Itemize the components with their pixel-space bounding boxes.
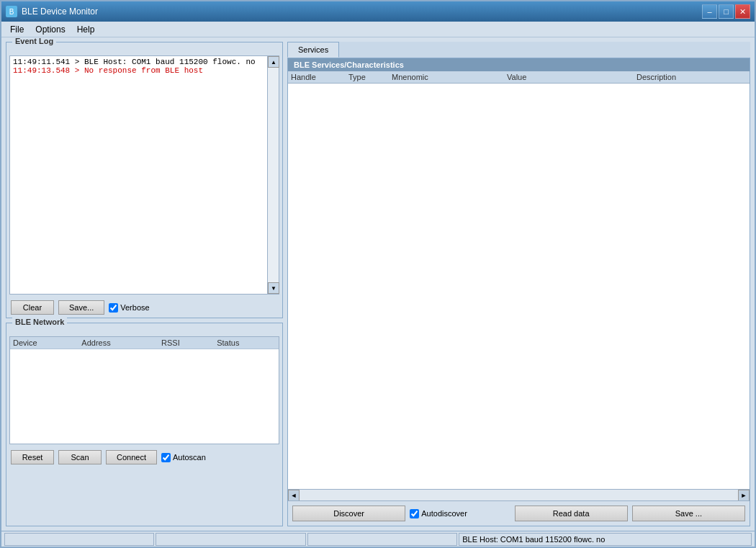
title-buttons: – □ ✕ xyxy=(702,4,750,19)
ble-network-title: BLE Network xyxy=(12,318,67,326)
main-window: B BLE Device Monitor – □ ✕ File Options … xyxy=(0,0,756,548)
ble-network-table-wrapper: Device Address RSSI Status xyxy=(9,336,279,444)
menu-bar: File Options Help xyxy=(1,22,755,37)
maximize-button[interactable]: □ xyxy=(719,4,734,19)
col-description: Description xyxy=(636,73,747,81)
h-scroll-track xyxy=(300,490,738,501)
clear-button[interactable]: Clear xyxy=(11,300,54,315)
services-scroll-area xyxy=(288,84,750,489)
left-panel: Event Log 11:49:11.541 > BLE Host: COM1 … xyxy=(6,42,283,526)
event-log-group: Event Log 11:49:11.541 > BLE Host: COM1 … xyxy=(6,42,283,318)
services-table-header: Handle Type Mnenomic Value Description xyxy=(288,71,750,84)
col-rssi: RSSI xyxy=(158,337,214,349)
col-status: Status xyxy=(214,337,279,349)
tab-bar: Services xyxy=(287,42,750,58)
menu-file[interactable]: File xyxy=(4,23,30,36)
verbose-checkbox[interactable] xyxy=(109,303,118,313)
h-scroll-left-btn[interactable]: ◄ xyxy=(288,490,300,501)
right-panel: Services BLE Services/Characteristics Ha… xyxy=(287,42,750,526)
scroll-down-btn[interactable]: ▼ xyxy=(268,282,279,294)
save-log-button[interactable]: Save... xyxy=(58,300,104,315)
discover-button[interactable]: Discover xyxy=(292,506,405,521)
autodiscover-checkbox[interactable] xyxy=(410,509,419,518)
ble-network-controls: Reset Scan Connect Autoscan xyxy=(6,447,282,467)
tab-services[interactable]: Services xyxy=(287,42,339,58)
ble-network-group: BLE Network Device Address RSSI Status xyxy=(6,323,283,526)
status-bar: BLE Host: COM1 baud 115200 flowc. no xyxy=(1,531,755,547)
app-icon: B xyxy=(6,6,17,17)
log-line-2: 11:49:13.548 > No response from BLE host xyxy=(13,66,264,75)
col-address: Address xyxy=(78,337,158,349)
scroll-track xyxy=(268,68,279,282)
status-segment-1 xyxy=(4,533,154,546)
col-device: Device xyxy=(10,337,78,349)
window-title: BLE Device Monitor xyxy=(22,6,702,17)
status-segment-2 xyxy=(156,533,305,546)
col-handle: Handle xyxy=(291,73,348,81)
event-log-text: 11:49:11.541 > BLE Host: COM1 baud 11520… xyxy=(10,56,267,294)
reset-button[interactable]: Reset xyxy=(11,450,54,464)
connect-button[interactable]: Connect xyxy=(106,450,157,464)
event-log-scrollbar[interactable]: ▲ ▼ xyxy=(267,56,279,294)
ble-services-header: BLE Services/Characteristics xyxy=(288,58,750,71)
services-content xyxy=(288,84,750,489)
col-mnenomic: Mnenomic xyxy=(392,73,507,81)
autoscan-label: Autoscan xyxy=(173,453,206,462)
autoscan-checkbox[interactable] xyxy=(161,453,171,462)
event-log-controls: Clear Save... Verbose xyxy=(6,297,282,318)
col-type: Type xyxy=(348,73,392,81)
log-line-1: 11:49:11.541 > BLE Host: COM1 baud 11520… xyxy=(13,58,264,66)
menu-options[interactable]: Options xyxy=(30,23,71,36)
autodiscover-text: Autodiscover xyxy=(421,509,467,518)
read-data-button[interactable]: Read data xyxy=(515,506,628,521)
verbose-checkbox-label[interactable]: Verbose xyxy=(109,303,149,313)
col-value: Value xyxy=(507,73,636,81)
event-log-wrapper: 11:49:11.541 > BLE Host: COM1 baud 11520… xyxy=(9,55,279,295)
menu-help[interactable]: Help xyxy=(71,23,101,36)
horizontal-scrollbar[interactable]: ◄ ► xyxy=(288,489,750,500)
verbose-label: Verbose xyxy=(120,303,149,312)
scroll-up-btn[interactable]: ▲ xyxy=(268,56,279,68)
autodiscover-label[interactable]: Autodiscover xyxy=(410,506,510,521)
title-bar: B BLE Device Monitor – □ ✕ xyxy=(1,1,755,22)
event-log-title: Event Log xyxy=(12,37,56,45)
save-services-button[interactable]: Save ... xyxy=(632,506,745,521)
bottom-action-bar: Discover Autodiscover Read data Save ... xyxy=(288,500,750,526)
minimize-button[interactable]: – xyxy=(702,4,717,19)
autoscan-checkbox-label[interactable]: Autoscan xyxy=(161,453,206,462)
scan-button[interactable]: Scan xyxy=(58,450,102,464)
ble-network-table: Device Address RSSI Status xyxy=(10,337,279,349)
h-scroll-right-btn[interactable]: ► xyxy=(738,490,750,501)
close-button[interactable]: ✕ xyxy=(735,4,750,19)
status-segment-3 xyxy=(307,533,457,546)
tab-content: BLE Services/Characteristics Handle Type… xyxy=(287,58,750,526)
status-segment-4: BLE Host: COM1 baud 115200 flowc. no xyxy=(459,533,752,546)
main-content: Event Log 11:49:11.541 > BLE Host: COM1 … xyxy=(1,37,755,531)
